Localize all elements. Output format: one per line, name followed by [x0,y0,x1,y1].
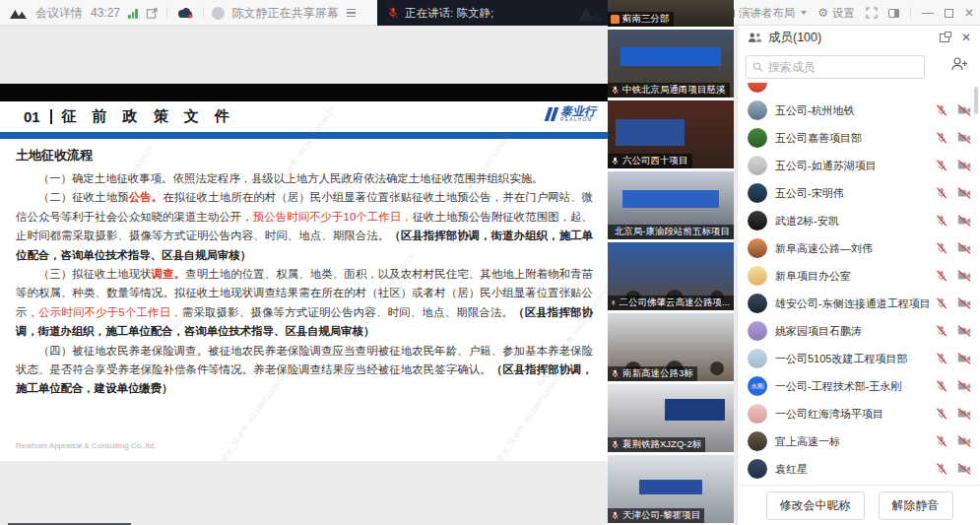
video-tile[interactable]: 北京局-康渝段站前五标项目 [608,171,734,239]
side-panel-toggle-icon[interactable] [888,9,899,18]
avatar [748,83,767,93]
member-row[interactable]: 宜上高速一标 [738,427,980,455]
mic-muted-icon [936,463,947,475]
slide: 01 征 前 政 策 文 件 泰业行 REALHOM 土地征收流程 （一）确定土… [0,84,608,461]
projector-screen [622,190,718,208]
avatar [748,404,767,424]
camera-muted-icon [957,215,971,227]
member-name: 五公司嘉善项目部 [775,131,930,146]
member-row[interactable]: 新阜高速公路—刘伟 [738,234,980,262]
member-list: 五公司-杭州地铁 五公司嘉善项目部 五公司-如通苏湖项目 五公司-宋明伟 武道2… [738,83,980,485]
rename-button[interactable]: 修改会中昵称 [766,492,865,520]
mic-icon [611,157,620,165]
video-tile[interactable]: 襄荆铁路XJZQ-2标 [608,384,734,452]
mic-muted-icon [936,353,947,364]
member-row[interactable]: 雄安公司-东侧连接通道工程项目向志良 [738,290,980,317]
camera-muted-icon [957,132,971,144]
mic-muted-icon [611,86,620,95]
mic-muted-icon [936,132,947,144]
speaking-label: 正在讲话: 陈文静; [405,6,493,21]
projector-screen [665,399,725,421]
scrollbar-thumb[interactable] [974,87,978,114]
member-row[interactable]: 姚家园项目石鹏涛 [738,317,980,345]
app-logo-icon [10,7,28,20]
video-tile[interactable]: 天津公司-黎霍项目 [608,455,734,523]
network-signal-icon [128,8,138,19]
slide-paragraphs: （一）确定土地征收事项。依照法定程序，县级以上地方人民政府依法确定土地征收范围并… [16,169,593,399]
video-name-label: 六公司西十项目 [608,154,692,168]
section-title: 征 前 政 策 文 件 [61,107,235,126]
mic-muted-icon [936,435,947,447]
member-row[interactable]: 五公司-如通苏湖项目 [738,152,980,179]
member-row[interactable]: 一公司红海湾场平项目 [738,400,980,427]
avatar [748,459,767,479]
video-tile[interactable]: 六公司西十项目 [608,100,734,168]
avatar [748,349,767,368]
close-panel-icon[interactable]: ✕ [961,31,971,44]
close-button[interactable]: ✕ [964,6,974,20]
member-row[interactable]: 五公司嘉善项目部 [738,124,980,152]
video-name-label: 南新高速公路3标 [608,366,697,381]
settings-button[interactable]: ⚙ 设置 [817,6,855,21]
cloud-record-icon[interactable] [175,6,195,20]
mic-muted-icon [936,380,947,392]
member-name: 五公司-宋明伟 [775,186,930,201]
fullscreen-icon[interactable] [866,7,878,19]
camera-muted-icon [957,104,971,116]
mic-muted-icon [936,242,947,254]
member-name: 一公司-工程技术部-王永刚 [775,379,930,394]
gear-icon: ⚙ [817,6,828,20]
slide-paragraph: （一）确定土地征收事项。依照法定程序，县级以上地方人民政府依法确定土地征收范围并… [16,169,593,188]
member-name: 一公司红海湾场平项目 [775,407,930,422]
member-name: 雄安公司-东侧连接通道工程项目向志良 [775,296,930,311]
video-name-label: 蓟南三分部 [608,12,674,27]
video-name-label: 北京局-康渝段站前五标项目 [608,225,734,239]
slide-footer-text: Realhom Appraisal & Consulting Co.,ltd. [16,441,156,450]
popout-window-icon[interactable] [146,7,159,20]
camera-muted-icon [957,380,971,392]
camera-muted-icon [957,160,971,171]
member-row[interactable]: 五公司-杭州地铁 [738,97,980,124]
mic-muted-icon [936,160,947,171]
member-row[interactable]: 袁红星 [738,455,980,483]
popout-panel-icon[interactable] [940,33,949,42]
section-number: 01 [24,108,40,125]
member-name: 新阜项目办公室 [775,269,930,284]
member-row[interactable]: 武道2标-安凯 [738,207,980,234]
member-name: 姚家园项目石鹏涛 [775,324,930,339]
add-member-icon[interactable] [950,57,968,71]
camera-muted-icon [957,435,971,447]
camera-muted-icon [957,242,971,254]
mic-muted-icon [936,325,947,337]
video-tile[interactable]: 中铁北京局通甬项目慈溪 [608,30,734,98]
camera-muted-icon [957,325,971,337]
meeting-timer: 43:27 [91,6,120,20]
mic-muted-icon [611,511,620,520]
member-name: 一公司5105改建工程项目部 [775,352,930,366]
member-search[interactable] [746,55,925,79]
maximize-button[interactable] [945,9,953,18]
member-row[interactable]: 永刚 一公司-工程技术部-王永刚 [738,372,980,400]
ghost-logo-icon [576,3,604,23]
video-tile[interactable]: 南新高速公路3标 [608,313,734,381]
search-input[interactable] [768,60,918,74]
muted-mic-icon [387,7,399,19]
search-icon [752,61,763,73]
video-tile[interactable]: 蓟南三分部 [608,0,734,27]
meeting-details-button[interactable]: 会议详情 [35,5,83,22]
mic-muted-icon [611,369,620,378]
video-name-label: 二公司佛肇云高速公路项... [608,295,734,310]
member-row[interactable]: 一公司5105改建工程项目部 [738,345,980,372]
layout-selector[interactable]: 演讲者布局 [724,6,808,21]
minimize-button[interactable]: — [922,6,934,20]
video-tile[interactable]: 二公司佛肇云高速公路项... [608,242,734,310]
avatar [748,100,767,120]
member-row[interactable]: 五公司-宋明伟 [738,179,980,207]
member-name: 新阜高速公路—刘伟 [775,241,930,256]
unmute-button[interactable]: 解除静音 [879,492,953,520]
share-list-icon[interactable] [347,7,356,19]
member-row[interactable]: 新阜项目办公室 [738,262,980,290]
projector-screen [639,480,702,494]
sharer-avatar [212,7,225,20]
video-name-label: 襄荆铁路XJZQ-2标 [608,437,705,452]
